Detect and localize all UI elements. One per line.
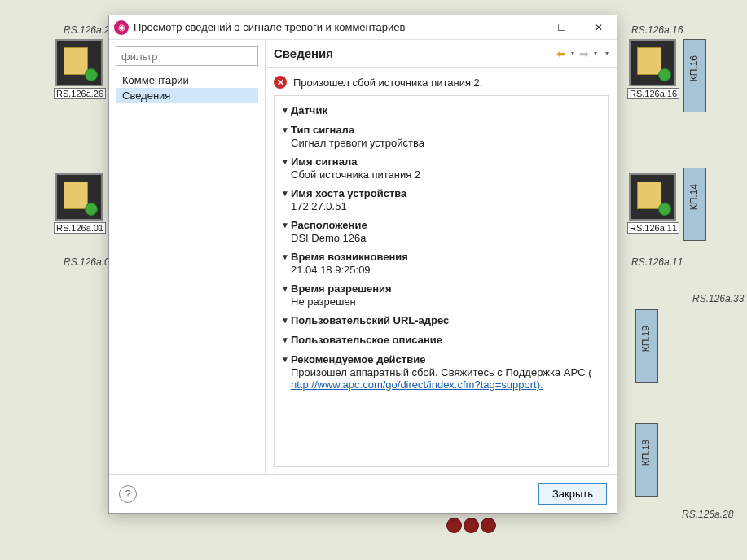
collapse-icon[interactable]: ▼ — [281, 282, 291, 295]
folder-icon — [637, 47, 661, 75]
help-button[interactable]: ? — [119, 485, 137, 503]
collapse-icon[interactable]: ▼ — [281, 104, 291, 117]
rack-device[interactable] — [55, 39, 103, 86]
close-window-button[interactable]: ✕ — [580, 15, 617, 40]
folder-icon — [64, 47, 88, 75]
maximize-button[interactable]: ☐ — [543, 15, 580, 40]
rack-label: RS.126a.11 — [627, 222, 679, 234]
minimize-button[interactable]: — — [507, 15, 543, 40]
detail-section: ▼Датчик — [279, 104, 603, 117]
detail-section: ▼Тип сигналаСигнал тревоги устройства — [279, 124, 603, 149]
status-ok-icon — [85, 203, 98, 216]
section-title: Датчик — [291, 104, 327, 116]
bg-label: RS.126a.26 — [64, 24, 115, 36]
app-icon: ◉ — [114, 20, 129, 35]
status-ok-icon — [658, 68, 671, 81]
content-area: Сведения ⬅ ▾ ➡ ▾ ▾ ✕ Произошел сбой исто… — [266, 40, 617, 474]
section-title: Расположение — [291, 219, 367, 231]
section-value: Сбой источника питания 2 — [291, 168, 603, 181]
detail-section: ▼Время возникновения21.04.18 9:25:09 — [279, 251, 603, 276]
section-title: Пользовательское описание — [291, 334, 442, 346]
dropdown-icon[interactable]: ▾ — [571, 50, 574, 57]
dropdown-icon[interactable]: ▾ — [594, 50, 597, 57]
bg-label: RS.126a.11 — [631, 256, 683, 268]
error-icon: ✕ — [274, 76, 287, 89]
detail-section: ▼Пользовательское описание — [279, 334, 603, 347]
filter-input[interactable] — [116, 46, 258, 66]
nav-back-icon[interactable]: ⬅ — [555, 47, 568, 60]
panel-label: КП.16 — [688, 55, 700, 81]
detail-section: ▼РасположениеDSI Demo 126a — [279, 219, 603, 244]
section-value: DSI Demo 126a — [291, 232, 603, 244]
rack-label: RS.126a.01 — [54, 222, 106, 234]
status-ok-icon — [85, 68, 98, 81]
rack-device[interactable] — [629, 39, 676, 86]
nav-forward-icon[interactable]: ➡ — [578, 47, 591, 60]
folder-icon — [637, 182, 661, 209]
support-link[interactable]: http://www.apc.com/go/direct/index.cfm?t… — [291, 378, 543, 391]
collapse-icon[interactable]: ▼ — [281, 314, 291, 327]
section-title: Тип сигнала — [291, 124, 354, 136]
section-title: Имя сигнала — [291, 155, 357, 168]
rack-label: RS.126a.26 — [54, 88, 106, 99]
detail-section-recommended: ▼Рекомендуемое действиеПроизошел аппарат… — [279, 353, 603, 391]
bg-label: RS.126a.28 — [682, 509, 733, 520]
alarm-details-dialog: ◉ Просмотр сведений о сигнале тревоги и … — [108, 15, 617, 514]
nav-arrows: ⬅ ▾ ➡ ▾ ▾ — [555, 47, 609, 60]
close-button[interactable]: Закрыть — [538, 483, 607, 505]
details-panel: ▼Датчик▼Тип сигналаСигнал тревоги устрой… — [274, 95, 609, 467]
collapse-icon[interactable]: ▼ — [281, 353, 291, 366]
section-value: Сигнал тревоги устройства — [291, 137, 603, 149]
collapse-icon[interactable]: ▼ — [281, 124, 291, 137]
panel-label: КП.19 — [640, 326, 652, 352]
collapse-icon[interactable]: ▼ — [281, 219, 291, 232]
collapse-icon[interactable]: ▼ — [281, 334, 291, 347]
rack-device[interactable] — [629, 173, 676, 221]
alarm-message: Произошел сбой источника питания 2. — [293, 77, 482, 89]
section-value: Произошел аппаратный сбой. Свяжитесь с П… — [291, 366, 603, 391]
collapse-icon[interactable]: ▼ — [281, 155, 291, 168]
panel-label: КП.14 — [688, 184, 700, 210]
bg-label: RS.126a.16 — [631, 24, 683, 36]
detail-section: ▼Время разрешенияНе разрешен — [279, 282, 603, 308]
dialog-footer: ? Закрыть — [109, 474, 617, 513]
menu-icon[interactable]: ▾ — [605, 50, 609, 57]
rack-device[interactable] — [55, 173, 103, 221]
panel-label: КП.18 — [640, 440, 652, 466]
collapse-icon[interactable]: ▼ — [281, 187, 291, 200]
section-title: Имя хоста устройства — [291, 187, 406, 199]
status-dots — [446, 518, 496, 533]
sidebar-item[interactable]: Сведения — [116, 88, 258, 103]
content-heading: Сведения — [274, 46, 555, 60]
content-header: Сведения ⬅ ▾ ➡ ▾ ▾ — [266, 40, 617, 68]
status-dot-icon — [481, 518, 496, 533]
detail-section: ▼Имя сигналаСбой источника питания 2 — [279, 155, 603, 181]
window-title: Просмотр сведений о сигнале тревоги и ко… — [134, 21, 507, 33]
folder-icon — [64, 182, 88, 209]
bg-label: RS.126a.33 — [692, 293, 744, 304]
sidebar: КомментарииСведения — [109, 40, 266, 474]
sidebar-item[interactable]: Комментарии — [116, 72, 258, 88]
section-title: Рекомендуемое действие — [291, 353, 425, 365]
titlebar: ◉ Просмотр сведений о сигнале тревоги и … — [109, 15, 617, 40]
section-title: Пользовательский URL-адрес — [291, 314, 449, 326]
section-title: Время разрешения — [291, 282, 392, 295]
section-value: 21.04.18 9:25:09 — [291, 264, 603, 276]
alarm-summary: ✕ Произошел сбой источника питания 2. — [266, 68, 617, 95]
status-dot-icon — [464, 518, 479, 533]
status-dot-icon — [446, 518, 462, 533]
rack-label: RS.126a.16 — [627, 88, 679, 99]
section-value: 172.27.0.51 — [291, 200, 603, 212]
section-title: Время возникновения — [291, 251, 408, 263]
status-ok-icon — [658, 203, 671, 216]
detail-section: ▼Пользовательский URL-адрес — [279, 314, 603, 327]
bg-label: RS.126a.01 — [64, 256, 115, 268]
section-value: Не разрешен — [291, 295, 603, 308]
collapse-icon[interactable]: ▼ — [281, 251, 291, 264]
detail-section: ▼Имя хоста устройства172.27.0.51 — [279, 187, 603, 212]
